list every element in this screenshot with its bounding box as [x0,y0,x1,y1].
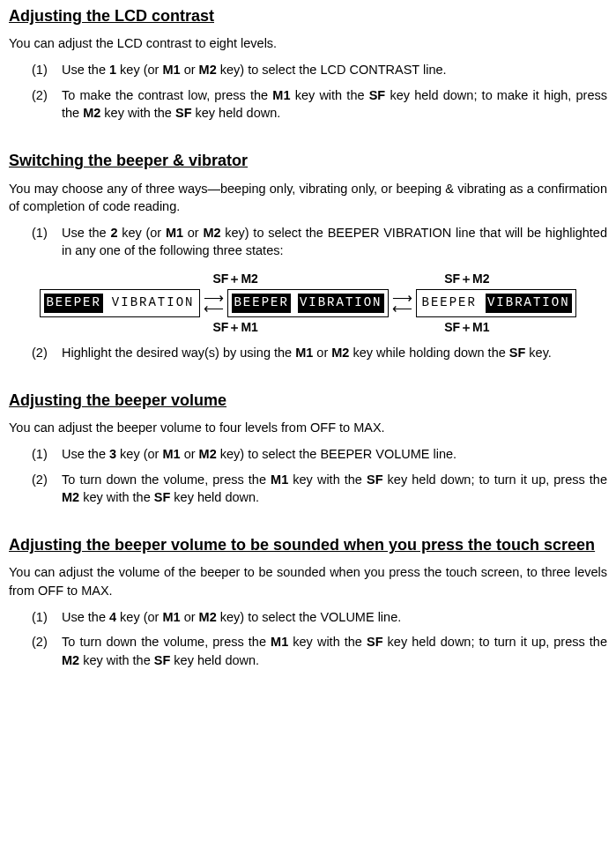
diagram-bottom-labels: SF＋M1 SF＋M1 [26,319,590,337]
list-item: (2) To make the contrast low, press the … [32,86,607,123]
section-intro: You may choose any of three ways—beeping… [9,180,607,216]
step-number: (1) [32,445,62,463]
key-label: SF [154,653,171,667]
key-label: SF [369,88,386,102]
key-label: M2 [83,106,100,120]
list-item: (2) Highlight the desired way(s) by usin… [32,344,607,361]
key-label: M2 [199,447,217,461]
step-text: To make the contrast low, press the M1 k… [62,86,607,123]
step-number: (1) [32,224,62,260]
instruction-list: (1) Use the 1 key (or M1 or M2 key) to s… [32,61,607,122]
state-word-highlighted: BEEPER [232,294,290,313]
section-intro: You can adjust the LCD contrast to eight… [9,34,607,52]
key-label: M2 [199,610,217,624]
key-label: M1 [272,88,290,102]
section-heading-touch-volume: Adjusting the beeper volume to be sounde… [9,534,607,556]
transition-arrows-icon: ⟶⟵ [392,293,412,314]
key-label: 1 [109,63,116,77]
list-item: (1) Use the 2 key (or M1 or M2 key) to s… [32,224,607,260]
key-label: M1 [162,447,180,461]
key-label: SF [367,472,383,487]
step-text: Use the 4 key (or M1 or M2 key) to selec… [62,608,607,626]
instruction-list: (1) Use the 3 key (or M1 or M2 key) to s… [32,445,607,506]
state-word: BEEPER [420,294,479,313]
state-box-beeper: BEEPER VIBRATION [40,289,200,317]
key-label: 4 [109,610,116,624]
list-item: (1) Use the 3 key (or M1 or M2 key) to s… [32,445,607,463]
instruction-list: (1) Use the 2 key (or M1 or M2 key) to s… [32,224,607,260]
key-label: M2 [62,653,79,667]
key-label: M2 [331,346,349,360]
section-intro: You can adjust the beeper volume to four… [9,419,607,436]
key-label: 3 [109,447,116,461]
key-label: SF [175,106,192,120]
list-item: (1) Use the 4 key (or M1 or M2 key) to s… [32,608,607,626]
state-word-highlighted: VIBRATION [486,294,572,313]
state-box-vibration: BEEPER VIBRATION [416,289,576,317]
step-text: Use the 2 key (or M1 or M2 key) to selec… [62,224,607,260]
step-text: Highlight the desired way(s) by using th… [62,344,607,361]
instruction-list: (1) Use the 4 key (or M1 or M2 key) to s… [32,608,607,669]
key-combo-label: SF＋M2 [213,271,258,288]
key-label: M1 [295,346,313,360]
step-text: Use the 1 key (or M1 or M2 key) to selec… [62,61,607,78]
key-label: M2 [199,63,217,77]
step-number: (2) [32,344,62,361]
step-number: (2) [32,471,62,507]
diagram-top-labels: SF＋M2 SF＋M2 [26,271,590,288]
key-label: SF [154,490,171,504]
key-label: M1 [162,610,180,624]
state-word-highlighted: BEEPER [44,294,102,313]
key-combo-label: SF＋M2 [444,271,489,288]
section-heading-beeper-vibrator: Switching the beeper & vibrator [9,150,607,172]
step-number: (1) [32,608,62,626]
state-word: VIBRATION [110,294,197,313]
key-label: M2 [62,490,79,504]
state-box-both: BEEPER VIBRATION [227,289,388,317]
step-text: To turn down the volume, press the M1 ke… [62,633,607,669]
key-label: M1 [162,63,180,77]
state-word-highlighted: VIBRATION [298,294,384,313]
transition-arrows-icon: ⟶⟵ [204,293,224,314]
section-heading-beeper-volume: Adjusting the beeper volume [9,390,607,412]
key-label: SF [367,635,383,649]
key-label: M1 [166,226,183,240]
section-heading-lcd-contrast: Adjusting the LCD contrast [9,5,607,27]
list-item: (2) To turn down the volume, press the M… [32,633,607,669]
list-item: (2) To turn down the volume, press the M… [32,471,607,507]
state-diagram: SF＋M2 SF＋M2 BEEPER VIBRATION ⟶⟵ BEEPER V… [26,271,590,337]
section-intro: You can adjust the volume of the beeper … [9,563,607,599]
step-number: (1) [32,61,62,78]
instruction-list: (2) Highlight the desired way(s) by usin… [32,344,607,361]
step-number: (2) [32,633,62,669]
key-label: M1 [271,472,288,487]
key-label: M1 [271,635,288,649]
step-number: (2) [32,86,62,123]
step-text: Use the 3 key (or M1 or M2 key) to selec… [62,445,607,463]
step-text: To turn down the volume, press the M1 ke… [62,471,607,507]
key-label: M2 [203,226,220,240]
key-combo-label: SF＋M1 [444,319,489,337]
key-label: SF [509,346,526,360]
list-item: (1) Use the 1 key (or M1 or M2 key) to s… [32,61,607,78]
key-combo-label: SF＋M1 [213,319,258,337]
